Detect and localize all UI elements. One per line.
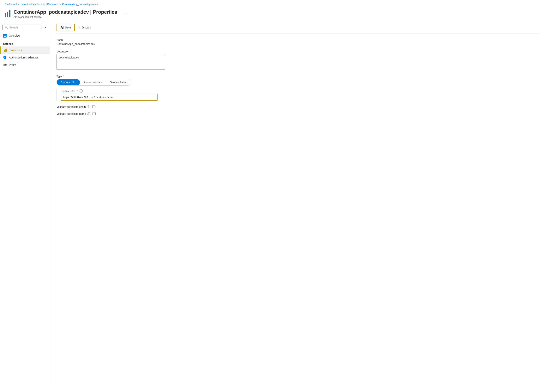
auth-credentials-label: Authorization credentials (9, 56, 39, 59)
name-label: Name (57, 38, 540, 41)
main-layout: 🔍 « Overview Settings (0, 21, 546, 390)
overview-label: Overview (9, 34, 20, 37)
save-button[interactable]: Save (57, 24, 75, 31)
type-required-indicator: * (62, 75, 64, 78)
collapse-button[interactable]: « (43, 25, 48, 30)
runtime-url-section: Runtime URL * i (57, 89, 540, 101)
page-header-text: ContainerApp_podcastapicadev | Propertie… (13, 9, 117, 18)
type-selector: Custom URL Azure resource Service Fabric (57, 79, 131, 85)
sidebar-item-proxy[interactable]: Proxy (0, 61, 50, 69)
runtime-url-label-text: Runtime URL (61, 90, 76, 92)
validate-cert-name-row: Validate certificate name i (57, 112, 540, 115)
svg-rect-7 (61, 26, 62, 27)
description-label: Description (57, 50, 540, 53)
svg-rect-4 (3, 64, 5, 66)
discard-button[interactable]: ✕ Discard (75, 24, 94, 31)
validate-cert-chain-label: Validate certificate chain i (57, 105, 90, 108)
runtime-url-info-icon[interactable]: i (79, 89, 83, 92)
proxy-icon (3, 63, 6, 67)
description-section: Description podcastapicadev (57, 50, 540, 70)
breadcrumb: Dashboard > dotnetpodcastdevapis | Backe… (0, 0, 546, 7)
validate-cert-name-info-icon[interactable]: i (87, 112, 90, 115)
toolbar: Save ✕ Discard (57, 21, 540, 34)
search-input[interactable] (9, 26, 39, 29)
properties-icon (4, 48, 7, 52)
sidebar-item-overview[interactable]: Overview (0, 32, 50, 39)
type-label: Type * (57, 75, 540, 78)
search-box[interactable]: 🔍 (2, 25, 41, 30)
discard-label: Discard (82, 26, 91, 29)
svg-rect-1 (5, 35, 6, 35)
sidebar-item-properties[interactable]: Properties (0, 46, 50, 54)
logo-bar-1 (5, 13, 6, 17)
breadcrumb-container-app[interactable]: ContainerApp_podcastapicadev (62, 3, 98, 6)
breadcrumb-backends[interactable]: dotnetpodcastdevapis | Backends (21, 3, 58, 6)
page-subtitle: API Management service (13, 15, 117, 18)
search-container: 🔍 « (0, 23, 50, 32)
svg-rect-2 (4, 36, 5, 37)
proxy-label: Proxy (9, 63, 16, 66)
app-logo (5, 10, 10, 17)
settings-section-header: Settings (0, 39, 50, 46)
overview-icon (3, 34, 6, 37)
sidebar: 🔍 « Overview Settings (0, 21, 50, 390)
svg-rect-0 (4, 35, 5, 35)
type-section: Type * Custom URL Azure resource Service… (57, 75, 540, 101)
type-option-service-fabric[interactable]: Service Fabric (106, 79, 131, 85)
svg-rect-9 (61, 28, 62, 29)
runtime-url-required-indicator: * (78, 90, 78, 92)
save-icon (60, 26, 64, 29)
svg-rect-3 (5, 36, 6, 37)
validate-cert-chain-checkbox[interactable] (92, 105, 95, 108)
content-area: Save ✕ Discard Name ContainerApp_podcast… (50, 21, 546, 390)
type-option-azure-resource[interactable]: Azure resource (80, 79, 106, 85)
logo-icon (5, 10, 10, 17)
more-options-button[interactable]: ··· (123, 10, 129, 17)
shield-icon (3, 56, 6, 59)
certificate-validation-section: Validate certificate chain i Validate ce… (57, 105, 540, 115)
page-title: ContainerApp_podcastapicadev | Propertie… (13, 9, 117, 15)
logo-bar-3 (9, 10, 10, 17)
save-label: Save (65, 26, 71, 29)
page-header: ContainerApp_podcastapicadev | Propertie… (0, 7, 546, 21)
name-section: Name ContainerApp_podcastapicadev (57, 38, 540, 46)
validate-cert-name-checkbox[interactable] (92, 112, 96, 115)
search-icon: 🔍 (4, 26, 8, 29)
type-option-custom-url[interactable]: Custom URL (57, 79, 80, 85)
description-textarea[interactable]: podcastapicadev (57, 54, 165, 70)
properties-label: Properties (9, 49, 22, 52)
sidebar-item-auth-credentials[interactable]: Authorization credentials (0, 54, 50, 61)
runtime-url-input[interactable] (61, 94, 157, 101)
logo-bar-2 (7, 12, 8, 17)
validate-cert-chain-row: Validate certificate chain i (57, 105, 540, 108)
validate-cert-chain-info-icon[interactable]: i (87, 105, 90, 108)
breadcrumb-dashboard[interactable]: Dashboard (5, 3, 17, 6)
validate-cert-name-label: Validate certificate name i (57, 112, 90, 115)
runtime-url-label: Runtime URL * i (61, 89, 540, 92)
svg-rect-5 (6, 64, 6, 65)
name-value: ContainerApp_podcastapicadev (57, 42, 540, 46)
discard-icon: ✕ (78, 26, 80, 29)
